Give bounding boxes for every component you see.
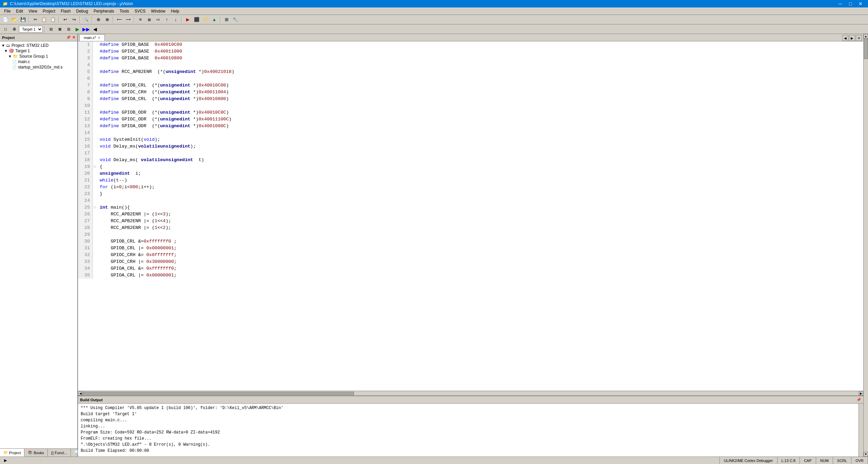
tb-btn-e[interactable]: ≡ <box>136 16 144 23</box>
tree-file-icon: 📄 <box>12 60 17 64</box>
build-line-1: *** Using Compiler 'V5.05 update 1 (buil… <box>81 405 856 411</box>
status-position: L:13 C:8 <box>777 457 800 464</box>
tb2-compile[interactable]: ▤ <box>47 25 55 33</box>
tb2-prev[interactable]: ◀ <box>91 25 99 33</box>
tb-btn-a[interactable]: ⊕ <box>94 16 102 23</box>
fold-19[interactable]: □ <box>93 163 97 170</box>
tree-item-target[interactable]: ▼ 🎯 Target 1 <box>0 48 77 54</box>
ln-10: 10 <box>81 102 90 109</box>
code-line-30: GPIOB_CRL &=0xfffffff0 ; <box>100 238 861 245</box>
build-output-pin[interactable]: 📌 <box>856 398 861 402</box>
close-button[interactable]: ✕ <box>856 0 865 7</box>
tb2-btn-b[interactable]: ⊕ <box>10 25 18 33</box>
tb-run[interactable]: ▶ <box>184 16 192 23</box>
panel-pin-icon[interactable]: 📌 <box>66 35 71 40</box>
tb2-next[interactable]: ▶▶ <box>82 25 90 33</box>
menu-help[interactable]: Help <box>168 7 182 15</box>
hscroll-left-btn[interactable]: ◀ <box>78 391 83 395</box>
project-tree: ▼ 🗂 Project: STM32 LED ▼ 🎯 Target 1 ▼ 📁 … <box>0 41 77 448</box>
toolbar-2: ◻ ⊕ Target 1 ▤ ▦ ▥ ▶ ▶▶ ◀ <box>0 24 868 34</box>
code-editor[interactable]: 1 2 3 4 5 6 7 8 9 10 11 12 13 14 15 16 1 <box>78 41 863 391</box>
build-output-scrollbar[interactable] <box>859 404 863 457</box>
menu-file[interactable]: File <box>1 7 13 15</box>
tab-books-icon: 📚 <box>28 450 33 455</box>
editor-tabs: main.c* ✕ <box>79 34 105 41</box>
hscroll-right-btn[interactable]: ▶ <box>859 391 863 395</box>
tb-copy[interactable]: 📋 <box>40 16 48 23</box>
editor-tab-controls: ◀ ▶ ✕ <box>842 35 863 41</box>
hscroll-thumb[interactable] <box>83 392 354 395</box>
tb-btn-c[interactable]: ⟵ <box>115 16 123 23</box>
maximize-button[interactable]: □ <box>846 0 855 7</box>
hscroll-track[interactable] <box>83 391 859 395</box>
ln-27: 27 <box>81 218 90 225</box>
editor-tab-main-c[interactable]: main.c* ✕ <box>79 34 105 41</box>
menu-project[interactable]: Project <box>40 7 58 15</box>
tb-save[interactable]: 💾 <box>19 16 27 23</box>
tb-btn-h[interactable]: ↑ <box>163 16 171 23</box>
tb2-rebuild[interactable]: ▥ <box>64 25 73 33</box>
tb-cut[interactable]: ✂ <box>31 16 39 23</box>
vscroll-track[interactable] <box>864 39 868 452</box>
tab-scroll-left[interactable]: ◀ <box>842 35 848 41</box>
tb-btn-i[interactable]: ↓ <box>172 16 180 23</box>
menu-tools[interactable]: Tools <box>117 7 132 15</box>
menu-svcs[interactable]: SVCS <box>132 7 149 15</box>
tb-redo[interactable]: ↪ <box>70 16 78 23</box>
editor-hscroll[interactable]: ◀ ▶ <box>78 391 863 395</box>
fold-25[interactable]: □ <box>93 204 97 211</box>
tb-btn-f[interactable]: ≣ <box>145 16 153 23</box>
tab-scroll-right[interactable]: ▶ <box>849 35 855 41</box>
menu-window[interactable]: Window <box>148 7 168 15</box>
tb-stop[interactable]: ⬛ <box>193 16 201 23</box>
code-line-8: #define GPIOC_CRH (*(unsigned int *)0x40… <box>100 89 861 96</box>
tb-window[interactable]: ⊞ <box>222 16 231 23</box>
editor-tab-close[interactable]: ✕ <box>98 36 100 40</box>
editor-tabs-bar: main.c* ✕ ◀ ▶ ✕ <box>78 34 863 41</box>
panel-close-icon[interactable]: ✕ <box>72 35 75 40</box>
minimize-button[interactable]: ─ <box>835 0 845 7</box>
tab-close-editor[interactable]: ✕ <box>856 35 862 41</box>
tb-paste[interactable]: 📋 <box>49 16 57 23</box>
tab-project[interactable]: 📁 Project <box>0 449 24 457</box>
tb-new[interactable]: 📄 <box>1 16 9 23</box>
tree-item-source-group[interactable]: ▼ 📁 Source Group 1 <box>0 54 77 59</box>
target-combo[interactable]: Target 1 <box>19 26 43 33</box>
editor-vscroll[interactable]: ▲ ▼ <box>863 34 868 457</box>
tb-inspect[interactable]: 🔧 <box>231 16 239 23</box>
project-panel-header-icons: 📌 ✕ <box>66 35 75 40</box>
code-lines[interactable]: #define GPIOB_BASE 0x40010C00 #define GP… <box>97 41 863 279</box>
tb2-run[interactable]: ▶ <box>73 25 81 33</box>
fold-gutter: □ □ <box>93 41 97 279</box>
menu-peripherals[interactable]: Peripherals <box>91 7 117 15</box>
status-scrl: SCRL <box>833 457 851 464</box>
vscroll-up-btn[interactable]: ▲ <box>864 34 868 39</box>
tab-functions[interactable]: {} Funct... <box>48 449 71 457</box>
vscroll-down-btn[interactable]: ▼ <box>864 452 868 457</box>
fold-1 <box>93 41 97 48</box>
project-panel-header: Project 📌 ✕ <box>0 34 77 41</box>
tb-open[interactable]: 📂 <box>10 16 18 23</box>
tb-undo[interactable]: ↩ <box>61 16 69 23</box>
menu-flash[interactable]: Flash <box>58 7 73 15</box>
tree-item-startup[interactable]: 📄 startup_stm32f10x_md.s <box>0 64 77 70</box>
vscroll-thumb[interactable] <box>864 39 868 59</box>
menu-edit[interactable]: Edit <box>13 7 26 15</box>
ln-28: 28 <box>81 225 90 231</box>
tb2-btn-a[interactable]: ◻ <box>1 25 9 33</box>
menu-debug[interactable]: Debug <box>74 7 91 15</box>
tree-item-main-c[interactable]: 📄 main.c <box>0 59 77 64</box>
tab-books[interactable]: 📚 Books <box>24 449 48 457</box>
tb-find[interactable]: 🔍 <box>82 16 90 23</box>
tb-btn-b[interactable]: ⊗ <box>103 16 111 23</box>
menu-view[interactable]: View <box>26 7 40 15</box>
tb-btn-d[interactable]: ⟶ <box>124 16 132 23</box>
tree-item-project[interactable]: ▼ 🗂 Project: STM32 LED <box>0 43 77 48</box>
fold-6 <box>93 75 97 82</box>
tb2-build[interactable]: ▦ <box>56 25 64 33</box>
tb-step[interactable]: ⚡ <box>201 16 210 23</box>
tb-step2[interactable]: ▲ <box>210 16 218 23</box>
build-line-6: FromELF: creating hex file... <box>81 436 856 442</box>
tb-btn-g[interactable]: ⇨ <box>154 16 162 23</box>
ln-17: 17 <box>81 150 90 157</box>
